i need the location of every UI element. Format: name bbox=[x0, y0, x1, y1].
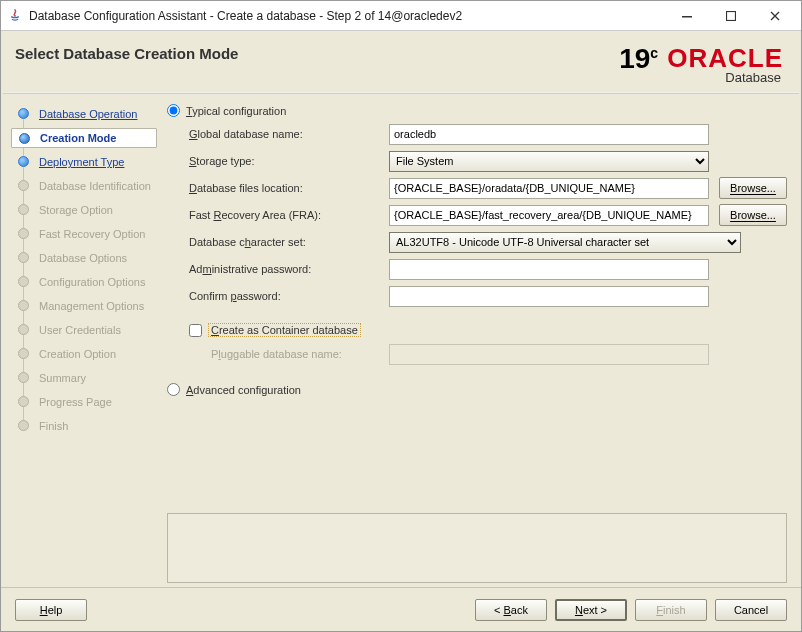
step-user-credentials: User Credentials bbox=[11, 320, 157, 340]
message-area bbox=[167, 513, 787, 583]
files-location-label: Database files location: bbox=[189, 182, 389, 194]
pdb-name-label: Pluggable database name: bbox=[211, 348, 389, 360]
page-title: Select Database Creation Mode bbox=[15, 45, 238, 62]
global-db-name-label: Global database name: bbox=[189, 128, 389, 140]
cancel-button[interactable]: Cancel bbox=[715, 599, 787, 621]
titlebar: Database Configuration Assistant - Creat… bbox=[1, 1, 801, 31]
svg-rect-0 bbox=[682, 16, 692, 18]
confirm-password-input[interactable] bbox=[389, 286, 709, 307]
close-button[interactable] bbox=[753, 2, 797, 30]
oracle-logo: ORACLE bbox=[667, 43, 783, 73]
header: Select Database Creation Mode 19c ORACLE… bbox=[1, 31, 801, 92]
advanced-configuration-label[interactable]: Advanced configuration bbox=[186, 384, 301, 396]
typical-configuration-label[interactable]: Typical configuration bbox=[186, 105, 286, 117]
maximize-button[interactable] bbox=[709, 2, 753, 30]
step-storage-option: Storage Option bbox=[11, 200, 157, 220]
step-creation-mode[interactable]: Creation Mode bbox=[11, 128, 157, 148]
advanced-configuration-radio[interactable] bbox=[167, 383, 180, 396]
storage-type-label: Storage type: bbox=[189, 155, 389, 167]
step-configuration-options: Configuration Options bbox=[11, 272, 157, 292]
storage-type-select[interactable]: File System bbox=[389, 151, 709, 172]
pdb-name-input bbox=[389, 344, 709, 365]
charset-select[interactable]: AL32UTF8 - Unicode UTF-8 Universal chara… bbox=[389, 232, 741, 253]
step-management-options: Management Options bbox=[11, 296, 157, 316]
next-button[interactable]: Next > bbox=[555, 599, 627, 621]
create-container-checkbox[interactable] bbox=[189, 324, 202, 337]
java-icon bbox=[7, 8, 23, 24]
footer: Help < Back Next > Finish Cancel bbox=[1, 587, 801, 631]
confirm-password-label: Confirm password: bbox=[189, 290, 389, 302]
wizard-steps-sidebar: Database Operation Creation Mode Deploym… bbox=[1, 94, 161, 587]
window-title: Database Configuration Assistant - Creat… bbox=[29, 9, 665, 23]
step-database-operation[interactable]: Database Operation bbox=[11, 104, 157, 124]
global-db-name-input[interactable] bbox=[389, 124, 709, 145]
browse-fra-button[interactable]: Browse... bbox=[719, 204, 787, 226]
create-container-label[interactable]: Create as Container database bbox=[211, 324, 358, 336]
main-panel: Typical configuration Global database na… bbox=[161, 94, 801, 587]
step-progress-page: Progress Page bbox=[11, 392, 157, 412]
typical-configuration-radio[interactable] bbox=[167, 104, 180, 117]
minimize-button[interactable] bbox=[665, 2, 709, 30]
step-fast-recovery-option: Fast Recovery Option bbox=[11, 224, 157, 244]
step-summary: Summary bbox=[11, 368, 157, 388]
step-database-options: Database Options bbox=[11, 248, 157, 268]
svg-rect-1 bbox=[727, 11, 736, 20]
fra-input[interactable] bbox=[389, 205, 709, 226]
fra-label: Fast Recovery Area (FRA): bbox=[189, 209, 389, 221]
files-location-input[interactable] bbox=[389, 178, 709, 199]
finish-button: Finish bbox=[635, 599, 707, 621]
step-database-identification: Database Identification bbox=[11, 176, 157, 196]
step-finish: Finish bbox=[11, 416, 157, 436]
admin-password-label: Administrative password: bbox=[189, 263, 389, 275]
browse-files-location-button[interactable]: Browse... bbox=[719, 177, 787, 199]
back-button[interactable]: < Back bbox=[475, 599, 547, 621]
charset-label: Database character set: bbox=[189, 236, 389, 248]
step-creation-option: Creation Option bbox=[11, 344, 157, 364]
step-deployment-type[interactable]: Deployment Type bbox=[11, 152, 157, 172]
admin-password-input[interactable] bbox=[389, 259, 709, 280]
app-window: Database Configuration Assistant - Creat… bbox=[0, 0, 802, 632]
help-button[interactable]: Help bbox=[15, 599, 87, 621]
brand-block: 19c ORACLE Database bbox=[619, 45, 783, 84]
